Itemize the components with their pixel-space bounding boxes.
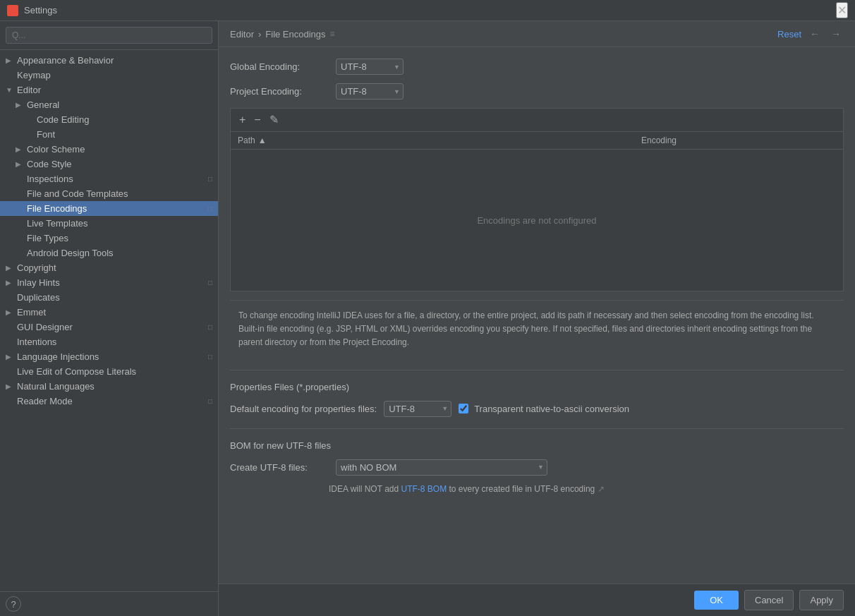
- config-icon: □: [202, 175, 212, 183]
- sidebar-item-label: Copyright: [17, 262, 212, 273]
- arrow-icon: ▶: [6, 56, 16, 64]
- sidebar: ▶ Appearance & Behavior Keymap ▼ Editor …: [0, 21, 219, 616]
- breadcrumb-sep: ›: [258, 29, 261, 40]
- section-divider: [230, 370, 844, 370]
- sidebar-item-live-templates[interactable]: Live Templates: [0, 216, 218, 231]
- cancel-button[interactable]: Cancel: [744, 590, 794, 610]
- sidebar-item-label: Inlay Hints: [17, 277, 202, 288]
- bom-arrow: ↗: [598, 484, 605, 494]
- nav-back-button[interactable]: ←: [807, 27, 823, 41]
- sidebar-item-appearance[interactable]: ▶ Appearance & Behavior: [0, 53, 218, 68]
- sidebar-item-inlay-hints[interactable]: ▶ Inlay Hints □: [0, 275, 218, 290]
- arrow-icon: ▶: [6, 279, 16, 286]
- bom-section-title: BOM for new UTF-8 files: [230, 440, 844, 451]
- arrow-icon: ▶: [6, 308, 16, 316]
- sidebar-item-file-encodings[interactable]: File Encodings □: [0, 201, 218, 216]
- sidebar-item-label: Android Design Tools: [27, 248, 212, 258]
- sidebar-item-label: GUI Designer: [17, 322, 202, 332]
- sidebar-item-label: Language Injections: [17, 351, 202, 362]
- breadcrumb-current: File Encodings: [265, 29, 325, 40]
- table-body: Encodings are not configured: [231, 150, 843, 291]
- config-icon: □: [202, 353, 212, 361]
- bom-link[interactable]: UTF-8 BOM: [401, 484, 447, 494]
- path-table-toolbar: + − ✎: [230, 108, 844, 131]
- nav-forward-button[interactable]: →: [828, 27, 844, 41]
- app-icon: [7, 5, 18, 16]
- sidebar-item-label: Code Style: [27, 159, 212, 169]
- search-input[interactable]: [6, 27, 212, 44]
- create-utf8-select-wrapper: with NO BOM with BOM with BOM if encodin…: [336, 459, 547, 476]
- default-encoding-select[interactable]: UTF-8 UTF-16 ISO-8859-1: [384, 401, 451, 417]
- titlebar: Settings ✕: [0, 0, 855, 21]
- sidebar-item-inspections[interactable]: Inspections □: [0, 171, 218, 186]
- breadcrumb-file-icon: ≡: [330, 29, 335, 39]
- sidebar-item-color-scheme[interactable]: ▶ Color Scheme: [0, 142, 218, 157]
- sidebar-item-duplicates[interactable]: Duplicates: [0, 290, 218, 305]
- sidebar-item-keymap[interactable]: Keymap: [0, 68, 218, 83]
- remove-button[interactable]: −: [251, 113, 263, 127]
- sidebar-item-label: Intentions: [17, 337, 212, 347]
- sidebar-item-code-editing[interactable]: Code Editing: [0, 112, 218, 127]
- edit-button[interactable]: ✎: [267, 113, 281, 127]
- help-button[interactable]: ?: [6, 596, 21, 612]
- table-header: Path ▲ Encoding: [231, 132, 843, 150]
- settings-window: Settings ✕ ▶ Appearance & Behavior Keyma…: [0, 0, 855, 616]
- sidebar-bottom: ?: [0, 591, 218, 616]
- table-empty-text: Encodings are not configured: [477, 215, 596, 226]
- sidebar-item-label: File Types: [27, 233, 212, 243]
- global-encoding-row: Global Encoding: UTF-8 UTF-16 ISO-8859-1: [230, 59, 844, 75]
- sidebar-item-copyright[interactable]: ▶ Copyright: [0, 260, 218, 275]
- main-content-area: ▶ Appearance & Behavior Keymap ▼ Editor …: [0, 21, 855, 616]
- create-utf8-select[interactable]: with NO BOM with BOM with BOM if encodin…: [336, 459, 547, 476]
- arrow-icon: ▶: [16, 160, 25, 168]
- ok-button[interactable]: OK: [694, 591, 739, 610]
- path-encoding-table: Path ▲ Encoding Encodings are not config…: [230, 131, 844, 291]
- sidebar-item-file-code-templates[interactable]: File and Code Templates: [0, 186, 218, 201]
- global-encoding-select[interactable]: UTF-8 UTF-16 ISO-8859-1: [336, 59, 404, 75]
- section-divider-2: [230, 428, 844, 429]
- config-icon: □: [202, 279, 212, 286]
- add-button[interactable]: +: [236, 113, 248, 127]
- main-panel: Editor › File Encodings ≡ Reset ← → Glob…: [219, 21, 855, 616]
- default-encoding-select-wrapper: UTF-8 UTF-16 ISO-8859-1: [384, 401, 451, 417]
- sidebar-item-file-types[interactable]: File Types: [0, 231, 218, 246]
- sidebar-item-intentions[interactable]: Intentions: [0, 334, 218, 349]
- global-encoding-select-wrapper: UTF-8 UTF-16 ISO-8859-1: [336, 59, 404, 75]
- sidebar-item-live-edit-compose[interactable]: Live Edit of Compose Literals: [0, 364, 218, 379]
- reset-button[interactable]: Reset: [777, 29, 801, 40]
- breadcrumb: Editor › File Encodings ≡: [230, 29, 335, 40]
- sidebar-item-font[interactable]: Font: [0, 127, 218, 142]
- bom-note-text2: to every created file in UTF-8 encoding: [449, 484, 595, 494]
- bom-note: IDEA will NOT add UTF-8 BOM to every cre…: [230, 484, 844, 494]
- encoding-column-header: Encoding: [634, 132, 843, 149]
- header-actions: Reset ← →: [777, 27, 844, 41]
- sidebar-item-android-design-tools[interactable]: Android Design Tools: [0, 246, 218, 260]
- transparent-checkbox[interactable]: [459, 404, 468, 413]
- project-encoding-row: Project Encoding: UTF-8 UTF-16 ISO-8859-…: [230, 83, 844, 99]
- apply-button[interactable]: Apply: [799, 590, 844, 610]
- bottom-bar: OK Cancel Apply: [219, 584, 855, 616]
- default-encoding-row: Default encoding for properties files: U…: [230, 401, 844, 417]
- sidebar-item-gui-designer[interactable]: GUI Designer □: [0, 320, 218, 334]
- arrow-icon: ▶: [6, 264, 16, 272]
- sidebar-item-label: General: [27, 99, 212, 110]
- sidebar-item-label: Reader Mode: [17, 396, 202, 406]
- project-encoding-select-wrapper: UTF-8 UTF-16 ISO-8859-1: [336, 83, 404, 99]
- sidebar-item-language-injections[interactable]: ▶ Language Injections □: [0, 349, 218, 364]
- arrow-icon: ▼: [6, 86, 16, 94]
- sidebar-item-code-style[interactable]: ▶ Code Style: [0, 157, 218, 171]
- arrow-icon: ▶: [6, 353, 16, 361]
- close-button[interactable]: ✕: [836, 2, 848, 18]
- config-icon: □: [202, 323, 212, 331]
- sidebar-item-natural-languages[interactable]: ▶ Natural Languages: [0, 379, 218, 394]
- config-icon: □: [202, 205, 212, 212]
- sidebar-tree: ▶ Appearance & Behavior Keymap ▼ Editor …: [0, 50, 218, 591]
- sidebar-item-emmet[interactable]: ▶ Emmet: [0, 305, 218, 320]
- sidebar-item-label: Font: [37, 129, 212, 140]
- project-encoding-select[interactable]: UTF-8 UTF-16 ISO-8859-1: [336, 83, 404, 99]
- sidebar-item-general[interactable]: ▶ General: [0, 97, 218, 112]
- sidebar-item-reader-mode[interactable]: Reader Mode □: [0, 394, 218, 409]
- sidebar-item-editor[interactable]: ▼ Editor: [0, 83, 218, 97]
- file-encodings-content: Global Encoding: UTF-8 UTF-16 ISO-8859-1…: [219, 47, 855, 584]
- sidebar-item-label: Appearance & Behavior: [17, 55, 212, 66]
